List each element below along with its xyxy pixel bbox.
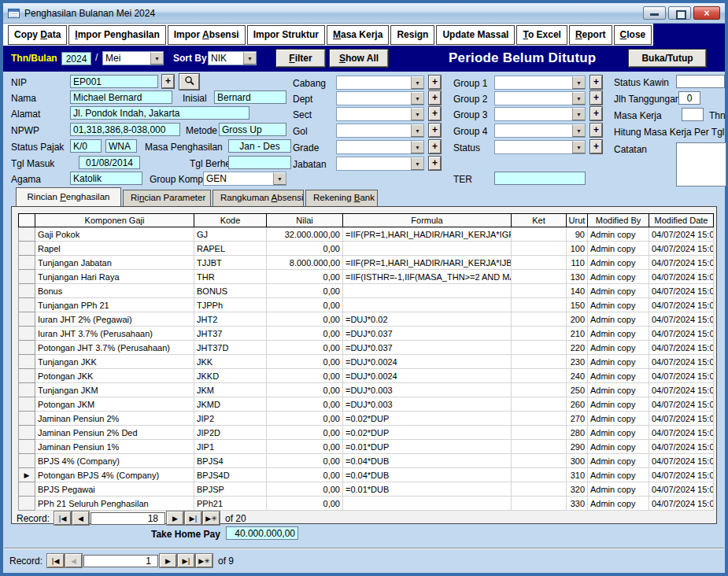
toolbar-button-to-excel[interactable]: To Excel [516,25,567,45]
cell-komponen[interactable]: Tunjangan PPh 21 [35,298,194,312]
row-selector[interactable] [19,327,35,341]
tab-rincian-parameter[interactable]: Rincian Parameter [123,190,211,206]
table-row[interactable]: Iuran JHT 3.7% (Perusahaan)JHT370,00=DUJ… [19,327,714,341]
row-selector[interactable] [19,298,35,312]
status-select[interactable]: ▼ [494,140,586,154]
cell-formula[interactable] [343,242,512,256]
nama-field[interactable] [70,90,172,104]
group-komp-select[interactable]: GEN ▼ [203,172,286,186]
cell-modified-by[interactable]: Admin copy [588,327,649,341]
show-all-button[interactable]: Show All [330,50,388,67]
cell-komponen[interactable]: Tunjangan Jabatan [35,256,194,270]
cell-kode[interactable]: BPJS4 [194,454,267,468]
cell-modified-by[interactable]: Admin copy [588,440,649,454]
table-row[interactable]: Jaminan Pensiun 2% DedJIP2D0,00=0.02*DUP… [19,426,714,440]
gol-add-button[interactable]: + [429,124,441,137]
cell-komponen[interactable]: Bonus [35,284,194,298]
cell-modified-date[interactable]: 04/07/2024 15:00: [649,426,714,440]
cell-urut[interactable]: 280 [567,426,588,440]
gol-select[interactable]: ▼ [336,124,424,138]
table-row[interactable]: ▶Potongan BPJS 4% (Company)BPJS4D0,00=0.… [19,468,714,482]
cell-urut[interactable]: 200 [567,312,588,327]
cell-urut[interactable]: 290 [567,440,588,454]
metode-field[interactable] [219,123,286,136]
row-selector[interactable] [19,284,35,298]
row-selector[interactable] [19,397,35,412]
sort-by-select[interactable]: NIK ▼ [208,51,257,65]
cell-kode[interactable]: PPh21 [194,497,267,511]
catatan-field[interactable] [676,142,726,186]
cell-nilai[interactable]: 0,00 [267,468,343,482]
cell-urut[interactable]: 260 [567,397,588,412]
cell-formula[interactable]: =IIF(ISTHR=-1,IIF(MASA_THN>=2 AND MAS [343,270,512,284]
cell-kode[interactable]: BONUS [194,284,267,298]
tgl-masuk-field[interactable] [79,156,140,169]
row-selector[interactable] [19,497,35,511]
cell-ket[interactable] [512,468,567,482]
row-selector[interactable] [19,383,35,397]
cell-ket[interactable] [512,284,567,298]
cell-nilai[interactable]: 0,00 [267,454,343,468]
cell-formula[interactable]: =DUJ*0.02 [343,312,512,327]
cell-modified-date[interactable]: 04/07/2024 15:00: [649,298,714,312]
cell-komponen[interactable]: Iuran JHT 3.7% (Perusahaan) [35,327,194,341]
cell-urut[interactable]: 320 [567,482,588,497]
cell-formula[interactable]: =0.02*DUP [343,412,512,426]
cell-komponen[interactable]: Tunjangan JKM [35,383,194,397]
cell-nilai[interactable]: 0,00 [267,242,343,256]
cell-ket[interactable] [512,497,567,511]
group2-add-button[interactable]: + [590,91,602,105]
toolbar-button-impor-absensi[interactable]: Impor Absensi [168,25,246,45]
grade-add-button[interactable]: + [429,140,441,153]
nip-field[interactable] [70,75,158,88]
table-row[interactable]: Tunjangan JabatanTJJBT8.000.000,00=IIF(P… [19,256,714,270]
cell-modified-by[interactable]: Admin copy [588,412,649,426]
toolbar-button-update-massal[interactable]: Update Massal [436,25,515,45]
toolbar-button-impor-penghasilan[interactable]: Impor Penghasilan [68,25,165,45]
chevron-down-icon[interactable]: ▼ [411,76,423,89]
cell-modified-by[interactable]: Admin copy [588,426,649,440]
cell-formula[interactable]: =IIF(PR=1,HARI_HADIR/HARI_KERJA*IJBT,IJ [343,256,512,270]
chevron-down-icon[interactable]: ▼ [411,157,423,170]
status-add-button[interactable]: + [590,140,602,153]
first-record-button[interactable]: |◀ [47,554,64,567]
last-record-button[interactable]: ▶| [178,554,194,567]
cell-formula[interactable] [343,298,512,312]
cell-komponen[interactable]: Potongan JHT 3.7% (Perusahaan) [35,341,194,355]
cell-kode[interactable]: BPJS4D [194,468,267,482]
next-record-button[interactable]: ▶ [160,554,176,567]
toolbar-button-impor-struktur[interactable]: Impor Struktur [247,25,325,45]
jabatan-select[interactable]: ▼ [336,157,424,171]
cell-nilai[interactable]: 0,00 [267,397,343,412]
cell-nilai[interactable]: 0,00 [267,327,343,341]
cell-nilai[interactable]: 32.000.000,00 [267,227,343,242]
cell-modified-date[interactable]: 04/07/2024 15:00: [649,270,714,284]
cell-nilai[interactable]: 0,00 [267,383,343,397]
cell-modified-by[interactable]: Admin copy [588,284,649,298]
cell-modified-by[interactable]: Admin copy [588,256,649,270]
cell-kode[interactable]: BPJSP [194,482,267,497]
cabang-select[interactable]: ▼ [336,76,424,90]
chevron-down-icon[interactable]: ▼ [411,124,423,137]
cell-kode[interactable]: THR [194,270,267,284]
toolbar-button-resign[interactable]: Resign [390,25,434,45]
cell-ket[interactable] [512,341,567,355]
cell-urut[interactable]: 140 [567,284,588,298]
cell-urut[interactable]: 310 [567,468,588,482]
cell-modified-by[interactable]: Admin copy [588,497,649,511]
next-record-button[interactable]: ▶ [167,511,183,525]
cell-ket[interactable] [512,312,567,327]
cell-ket[interactable] [512,242,567,256]
cell-urut[interactable]: 110 [567,256,588,270]
cell-ket[interactable] [512,256,567,270]
cell-kode[interactable]: GJ [194,227,267,242]
cell-nilai[interactable]: 0,00 [267,440,343,454]
row-selector[interactable] [19,355,35,369]
cell-formula[interactable]: =0.04*DUB [343,454,512,468]
wna-field[interactable] [105,139,137,153]
cell-nilai[interactable]: 0,00 [267,298,343,312]
jlh-tanggungan-field[interactable] [678,91,700,105]
cell-modified-date[interactable]: 04/07/2024 15:00: [649,284,714,298]
cell-urut[interactable]: 270 [567,412,588,426]
grid-record-position-input[interactable] [91,512,165,525]
